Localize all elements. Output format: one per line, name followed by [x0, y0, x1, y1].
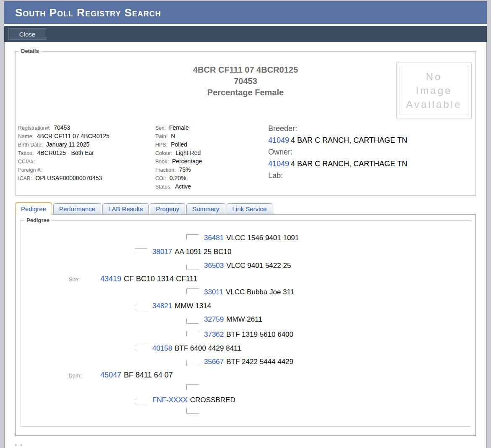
main-content: Details 4BCR CF111 07 4BCR0125 70453 Per…	[4, 42, 487, 448]
field-colour: Colour:Light Red	[155, 149, 202, 157]
footer-markers	[15, 440, 486, 448]
tab-bar: Pedigree Performance LAB Results Progeny…	[15, 203, 476, 214]
animal-id-link[interactable]: 43419	[100, 275, 121, 283]
animal-id-link[interactable]: 33011	[204, 288, 223, 296]
details-mid-column: Sex:Female Twin:N HPS:Polled Colour:Ligh…	[155, 124, 202, 191]
no-image-text: No Image Available	[400, 66, 468, 115]
tree-corner-up-icon	[186, 234, 199, 240]
pedigree-node-sire-dam: 34821MMW 1314	[135, 301, 211, 311]
page: South Poll Registry Search Close Details…	[0, 0, 491, 448]
tree-corner-up-icon	[135, 345, 147, 350]
tree-corner-down-icon	[135, 305, 147, 310]
animal-id-link[interactable]: 37362	[204, 330, 224, 338]
animal-id-link[interactable]: 38017	[152, 248, 172, 256]
pedigree-node-sire-dam-dam: 32759MMW 2611	[186, 314, 262, 325]
no-image-placeholder: No Image Available	[396, 63, 472, 118]
tab-link-service[interactable]: Link Service	[227, 203, 273, 214]
pedigree-node-dam-sire-sire: 37362BTF 1319 5610 6400	[186, 330, 293, 340]
dam-label: Dam:	[69, 371, 100, 381]
pedigree-tree: 36481VLCC 1546 9401 1091 38017AA 1091 25…	[21, 221, 471, 426]
field-coi: COI:0.20%	[155, 174, 202, 183]
tab-performance[interactable]: Performance	[53, 203, 101, 214]
pedigree-node-dam-sire: 40158BTF 6400 4429 8411	[135, 343, 241, 354]
owner-name: 4 BAR C RANCH, CARTHAGE TN	[291, 160, 407, 168]
field-foreign: Foreign #:	[18, 166, 110, 174]
tab-pedigree[interactable]: Pedigree	[15, 202, 52, 215]
breeder-id-link[interactable]: 41049	[268, 136, 289, 144]
owner-id-link[interactable]: 41049	[268, 160, 289, 168]
owner-label: Owner:	[268, 146, 407, 158]
details-left-column: Registration#:70453 Name:4BCR CF111 07 4…	[18, 124, 110, 183]
owner-value: 410494 BAR C RANCH, CARTHAGE TN	[268, 158, 407, 170]
details-fieldset: Details 4BCR CF111 07 4BCR0125 70453 Per…	[15, 51, 476, 196]
breeder-name: 4 BAR C RANCH, CARTHAGE TN	[291, 136, 407, 144]
pedigree-node-sire-dam-sire: 33011VLCC Bubba Joe 311	[186, 287, 294, 297]
animal-id-link[interactable]: 36503	[204, 262, 224, 270]
pedigree-node-dam-sire-dam: 35667BTF 2422 5444 4429	[186, 357, 293, 367]
field-registration: Registration#:70453	[18, 124, 110, 132]
tree-corner-up-icon	[186, 288, 199, 294]
footer-marker-icon	[15, 444, 17, 446]
field-fraction: Fraction:75%	[155, 166, 202, 174]
animal-id-link[interactable]: 32759	[204, 315, 224, 323]
animal-id-link[interactable]: FNF-XXXX	[152, 396, 188, 404]
pedigree-fieldset: Pedigree 36481VLCC 1546 9401 1091 38017A…	[21, 220, 471, 427]
animal-id-link[interactable]: 45047	[100, 371, 121, 379]
tree-corner-down-icon	[135, 399, 147, 404]
details-right-column: Breeder: 410494 BAR C RANCH, CARTHAGE TN…	[268, 123, 407, 181]
breeder-value: 410494 BAR C RANCH, CARTHAGE TN	[268, 134, 407, 146]
field-status: Status:Active	[155, 183, 202, 191]
breeder-label: Breeder:	[268, 123, 407, 134]
field-twin: Twin:N	[155, 132, 202, 141]
tree-corner-down-icon	[186, 361, 199, 366]
page-title: South Poll Registry Search	[15, 6, 161, 19]
animal-id-link[interactable]: 40158	[152, 344, 172, 352]
sire-label: Sire:	[69, 275, 100, 285]
pedigree-tab-panel: Pedigree 36481VLCC 1546 9401 1091 38017A…	[15, 214, 476, 436]
close-button[interactable]: Close	[8, 28, 46, 40]
tree-corner-up-icon	[186, 384, 199, 390]
tree-corner-down-icon	[186, 318, 199, 324]
pedigree-node-sire: Sire:43419CF BC10 1314 CF111	[69, 274, 197, 285]
pedigree-node-dam-dam: FNF-XXXXCROSSBRED	[135, 395, 235, 405]
tree-corner-down-icon	[186, 265, 199, 270]
field-ccia: CCIA#:	[18, 157, 110, 166]
field-tattoo: Tattoo:4BCR0125 - Both Ear	[18, 149, 110, 157]
animal-id-link[interactable]: 36481	[204, 234, 224, 242]
pedigree-node-sire-sire-dam: 36503VLCC 9401 5422 25	[186, 261, 291, 271]
tree-corner-up-icon	[186, 331, 199, 336]
toolbar: Close	[4, 26, 487, 42]
tab-summary[interactable]: Summary	[186, 203, 225, 214]
pedigree-node-sire-sire: 38017AA 1091 25 BC10	[135, 247, 231, 257]
pedigree-node-sire-sire-sire: 36481VLCC 1546 9401 1091	[186, 233, 299, 243]
app-header: South Poll Registry Search	[4, 1, 487, 24]
tree-corner-up-icon	[135, 248, 147, 254]
details-legend: Details	[19, 48, 41, 54]
field-book: Book:Percentage	[155, 157, 202, 166]
field-hps: HPS:Polled	[155, 141, 202, 149]
pedigree-node-dam: Dam:45047BF 8411 64 07	[69, 370, 173, 381]
animal-id-link[interactable]: 35667	[204, 358, 224, 366]
field-icar: ICAR:OPLUSAF000000070453	[18, 174, 110, 183]
lab-label: Lab:	[268, 170, 407, 181]
tree-corner-down-icon	[186, 408, 199, 414]
tab-progeny[interactable]: Progeny	[150, 203, 185, 214]
field-birthdate: Birth Date:January 11 2025	[18, 141, 110, 149]
footer-marker-icon	[20, 444, 22, 446]
field-sex: Sex:Female	[155, 124, 202, 132]
tab-lab-results[interactable]: LAB Results	[102, 203, 149, 214]
animal-id-link[interactable]: 34821	[152, 302, 172, 310]
field-name: Name:4BCR CF111 07 4BCR0125	[18, 132, 110, 141]
